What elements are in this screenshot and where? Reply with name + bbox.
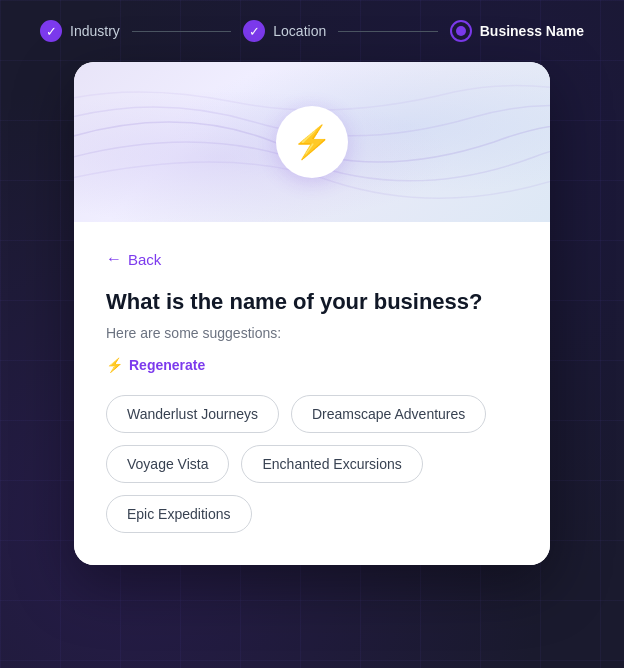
step-location: ✓ Location xyxy=(243,20,326,42)
checkmark-icon: ✓ xyxy=(46,25,57,38)
step-industry-icon: ✓ xyxy=(40,20,62,42)
step-business-name: Business Name xyxy=(450,20,584,42)
card-body: ← Back What is the name of your business… xyxy=(74,222,550,565)
regenerate-button[interactable]: ⚡ Regenerate xyxy=(106,357,205,373)
step-industry-label: Industry xyxy=(70,23,120,39)
step-line-2 xyxy=(338,31,437,32)
step-business-icon xyxy=(450,20,472,42)
suggestion-chip-dreamscape[interactable]: Dreamscape Adventures xyxy=(291,395,486,433)
step-location-label: Location xyxy=(273,23,326,39)
back-arrow-icon: ← xyxy=(106,250,122,268)
lightning-icon: ⚡ xyxy=(292,126,332,158)
step-line-1 xyxy=(132,31,231,32)
main-card: ⚡ ← Back What is the name of your busine… xyxy=(74,62,550,565)
regen-lightning-icon: ⚡ xyxy=(106,357,123,373)
checkmark-icon-2: ✓ xyxy=(249,25,260,38)
suggestion-chip-enchanted[interactable]: Enchanted Excursions xyxy=(241,445,422,483)
suggestions-grid: Wanderlust Journeys Dreamscape Adventure… xyxy=(106,395,518,533)
suggestions-intro: Here are some suggestions: xyxy=(106,325,518,341)
lightning-circle: ⚡ xyxy=(276,106,348,178)
back-label: Back xyxy=(128,251,161,268)
suggestion-chip-voyage[interactable]: Voyage Vista xyxy=(106,445,229,483)
back-button[interactable]: ← Back xyxy=(106,250,518,268)
suggestion-chip-wanderlust[interactable]: Wanderlust Journeys xyxy=(106,395,279,433)
card-header: ⚡ xyxy=(74,62,550,222)
regenerate-label: Regenerate xyxy=(129,357,205,373)
step-industry: ✓ Industry xyxy=(40,20,120,42)
suggestion-chip-epic[interactable]: Epic Expeditions xyxy=(106,495,252,533)
step-business-label: Business Name xyxy=(480,23,584,39)
step-location-icon: ✓ xyxy=(243,20,265,42)
main-question: What is the name of your business? xyxy=(106,288,518,317)
stepper: ✓ Industry ✓ Location Business Name xyxy=(0,0,624,62)
